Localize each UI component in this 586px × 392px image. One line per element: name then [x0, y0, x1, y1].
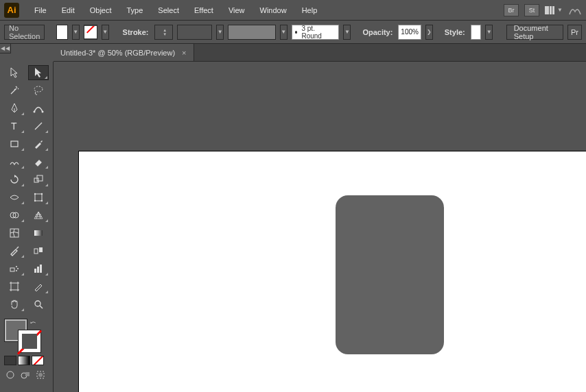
svg-point-22	[16, 270, 17, 271]
svg-rect-31	[25, 372, 30, 376]
stock-button[interactable]: St	[524, 4, 539, 16]
menu-select[interactable]: Select	[151, 3, 186, 17]
opacity-field[interactable]: 100%	[398, 25, 421, 40]
stroke-weight-stepper[interactable]: ▲▼	[154, 25, 173, 40]
draw-normal-icon[interactable]	[4, 369, 16, 380]
stroke-swatch[interactable]	[84, 25, 97, 40]
fill-stroke-indicator[interactable]: ⤺	[4, 319, 41, 353]
color-mode-row	[4, 356, 49, 365]
document-tab-bar: Untitled-3* @ 50% (RGB/Preview) ×	[54, 44, 586, 62]
lasso-tool[interactable]	[29, 83, 49, 98]
paintbrush-tool[interactable]	[29, 136, 49, 151]
svg-point-29	[7, 371, 14, 378]
brush-definition-preview[interactable]	[228, 25, 275, 40]
artboard[interactable]	[78, 151, 586, 392]
free-transform-tool[interactable]	[29, 190, 49, 205]
swap-fill-stroke-icon[interactable]: ⤺	[30, 319, 36, 326]
svg-point-21	[17, 268, 19, 269]
fill-dropdown[interactable]: ▼	[72, 25, 80, 40]
direct-selection-tool[interactable]	[28, 65, 49, 80]
stroke-dropdown[interactable]: ▼	[102, 25, 109, 40]
svg-rect-5	[11, 141, 18, 147]
menu-window[interactable]: Window	[253, 3, 294, 17]
menu-file[interactable]: File	[27, 3, 54, 17]
artboard-tool[interactable]	[4, 279, 25, 294]
type-tool[interactable]: T	[4, 119, 25, 134]
curvature-tool[interactable]	[29, 101, 49, 116]
stroke-label: Stroke:	[121, 28, 150, 36]
menu-edit[interactable]: Edit	[55, 3, 82, 17]
variable-width-dropdown[interactable]: ▼	[216, 25, 224, 40]
gpu-performance-icon[interactable]	[568, 5, 582, 16]
brush-name-field[interactable]: 3 pt. Round	[292, 25, 340, 40]
perspective-grid-tool[interactable]	[29, 208, 49, 223]
slice-tool[interactable]	[29, 279, 49, 294]
svg-rect-15	[10, 229, 19, 237]
opacity-dropdown[interactable]: ❯	[425, 25, 433, 40]
shape-builder-tool[interactable]	[4, 208, 25, 223]
svg-point-27	[35, 301, 40, 306]
svg-rect-8	[35, 194, 42, 201]
arrange-icon	[545, 6, 556, 14]
width-tool[interactable]	[4, 190, 25, 205]
zoom-tool[interactable]	[29, 297, 49, 312]
fill-swatch[interactable]	[56, 25, 68, 40]
preferences-button[interactable]: Pr	[567, 25, 582, 40]
panel-collapse-toggle[interactable]: ◀◀	[0, 44, 11, 53]
rectangle-tool[interactable]	[4, 136, 25, 151]
pen-tool[interactable]	[4, 101, 25, 116]
shaper-tool[interactable]	[4, 154, 25, 169]
color-mode-gradient[interactable]	[18, 356, 30, 365]
variable-width-profile[interactable]	[177, 25, 212, 40]
rounded-rectangle-shape[interactable]	[336, 195, 444, 354]
selection-tool[interactable]	[4, 65, 24, 80]
graphic-style-dropdown[interactable]: ▼	[485, 25, 493, 40]
eraser-tool[interactable]	[29, 154, 49, 169]
color-mode-none[interactable]	[32, 356, 44, 365]
svg-point-1	[34, 111, 36, 113]
rotate-tool[interactable]	[4, 172, 25, 187]
menu-view[interactable]: View	[222, 3, 252, 17]
svg-point-33	[38, 373, 43, 377]
mesh-tool[interactable]	[4, 225, 25, 241]
svg-rect-18	[39, 247, 43, 252]
draw-inside-icon[interactable]	[34, 369, 47, 380]
stroke-color-box[interactable]	[18, 330, 41, 353]
scale-tool[interactable]	[29, 172, 49, 187]
gradient-tool[interactable]	[29, 225, 49, 241]
document-setup-button[interactable]: Document Setup	[506, 25, 563, 40]
magic-wand-tool[interactable]	[4, 83, 25, 98]
arrange-documents-button[interactable]: ▼	[545, 6, 563, 14]
document-tab[interactable]: Untitled-3* @ 50% (RGB/Preview) ×	[54, 44, 194, 61]
line-segment-tool[interactable]	[29, 119, 49, 134]
column-graph-tool[interactable]	[29, 261, 49, 276]
chevron-down-icon: ▼	[557, 7, 563, 13]
svg-point-11	[34, 200, 36, 201]
hand-tool[interactable]	[4, 297, 25, 312]
svg-point-20	[16, 266, 17, 267]
svg-rect-25	[40, 265, 42, 273]
tools-panel: T ⤺	[0, 62, 54, 392]
menu-object[interactable]: Object	[83, 3, 119, 17]
svg-line-4	[35, 123, 42, 130]
menu-type[interactable]: Type	[120, 3, 150, 17]
eyedropper-tool[interactable]	[4, 243, 25, 258]
close-tab-icon[interactable]: ×	[182, 49, 186, 57]
svg-rect-6	[34, 178, 38, 182]
brush-dropdown[interactable]: ▼	[280, 25, 288, 40]
graphic-style-swatch[interactable]	[471, 25, 481, 40]
symbol-sprayer-tool[interactable]	[4, 261, 25, 276]
document-tab-title: Untitled-3* @ 50% (RGB/Preview)	[60, 49, 175, 57]
canvas-area[interactable]	[54, 62, 586, 392]
draw-behind-icon[interactable]	[19, 369, 32, 380]
blend-tool[interactable]	[29, 243, 49, 258]
bridge-button[interactable]: Br	[504, 4, 519, 16]
opacity-label: Opacity:	[361, 28, 394, 36]
brush-name-dropdown[interactable]: ▼	[343, 25, 351, 40]
brush-name-text: 3 pt. Round	[301, 25, 336, 40]
menu-help[interactable]: Help	[295, 3, 325, 17]
svg-point-10	[41, 193, 43, 195]
svg-point-12	[41, 200, 43, 201]
menu-effect[interactable]: Effect	[187, 3, 220, 17]
color-mode-solid[interactable]	[4, 356, 16, 365]
